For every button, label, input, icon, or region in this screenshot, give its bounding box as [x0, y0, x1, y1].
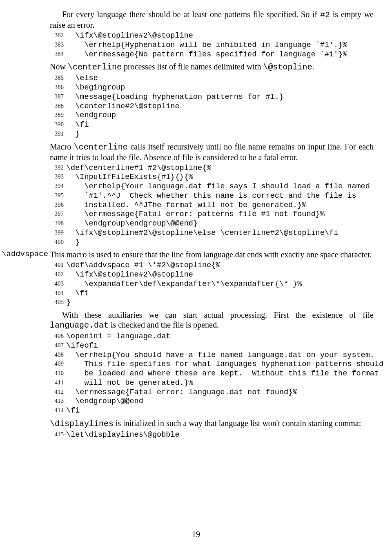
line-number: 389 — [50, 111, 64, 118]
text-run: . — [312, 62, 314, 71]
line-number: 395 — [50, 192, 64, 199]
code-line: 383 \errhelp{Hyphenation will be inhibit… — [50, 41, 374, 50]
text-run: Macro — [50, 142, 74, 151]
code-inline: \@stopline — [263, 62, 312, 72]
code-text: will not be generated.}% — [66, 379, 193, 387]
text-run: For every language there should be at le… — [62, 10, 320, 19]
line-number: 410 — [50, 369, 64, 377]
code-line: 382 \ifx\@stopline#2\@stopline — [50, 31, 374, 41]
line-number: 411 — [50, 379, 64, 386]
line-number: 388 — [50, 102, 64, 109]
paragraph: Macro \centerline calls itself recursive… — [50, 142, 374, 162]
line-number: 392 — [50, 164, 64, 171]
line-number: 398 — [50, 219, 64, 227]
code-line: 397 \errmessage{Fatal error: patterns fi… — [50, 210, 374, 219]
code-line: 404 \fi — [50, 289, 374, 299]
paragraph: Now \centerline processes list of file n… — [50, 62, 374, 72]
line-number: 407 — [50, 341, 64, 349]
margin-label: \addvspace — [2, 250, 48, 259]
text-run: This macro is used to ensure that the li… — [50, 250, 372, 259]
code-text: } — [66, 238, 80, 247]
line-number: 402 — [50, 270, 64, 278]
text-run: With these auxiliaries we can start actu… — [62, 310, 374, 319]
line-number: 406 — [50, 332, 64, 339]
line-number: 384 — [50, 50, 64, 58]
code-inline: language.dat — [50, 321, 109, 330]
code-line: 401\def\addvspace #1 \*#2\@stopline{% — [50, 261, 374, 270]
code-text: `#1'.^^J Check whether this name is corr… — [66, 192, 356, 200]
code-line: 389 \endgroup — [50, 111, 374, 121]
code-line: 385 \else — [50, 74, 374, 83]
text-run: is checked and the file is opened. — [109, 320, 219, 329]
code-line: 399 \ifx\@stopline#2\@stopline\else \cen… — [50, 229, 374, 238]
code-text: installed. ^^JThe format will not be gen… — [66, 201, 306, 210]
code-line: 413 \endgroup\@@end — [50, 397, 374, 406]
line-number: 383 — [50, 41, 64, 48]
code-line: 403 \expandafter\def\expandafter\*\expan… — [50, 280, 374, 289]
line-number: 408 — [50, 351, 64, 358]
page-body: For every language there should be at le… — [50, 9, 374, 440]
line-number: 403 — [50, 280, 64, 287]
code-text: \ifx\@stopline#2\@stopline — [66, 31, 193, 40]
code-text: \errhelp{You should have a file named la… — [66, 351, 374, 359]
code-line: 396 installed. ^^JThe format will not be… — [50, 201, 374, 210]
code-line: 398 \endgroup\endgroup\@@end} — [50, 219, 374, 229]
code-line: 410 be loaded and where these are kept. … — [50, 369, 374, 379]
code-text: \ifx\@stopline#2\@stopline\else \centerl… — [66, 229, 338, 237]
code-inline: #2 — [320, 10, 330, 20]
code-line: 409 This file specifies for what languag… — [50, 360, 374, 369]
paragraph: With these auxiliaries we can start actu… — [50, 310, 374, 330]
code-line: 405} — [50, 298, 374, 308]
code-line: 407\ifeof1 — [50, 341, 374, 351]
line-number: 397 — [50, 210, 64, 217]
code-line: 393 \InputIfFileExists{#1}{}{% — [50, 173, 374, 182]
code-text: \expandafter\def\expandafter\*\expandaft… — [66, 280, 302, 288]
code-text: \fi — [66, 121, 89, 129]
code-inline: \displaylines — [50, 419, 114, 428]
code-line: 406\openin1 = language.dat — [50, 332, 374, 341]
code-line: 411 will not be generated.}% — [50, 379, 374, 388]
code-line: 386 \begingroup — [50, 83, 374, 93]
code-line: 400 } — [50, 238, 374, 248]
code-text: \InputIfFileExists{#1}{}{% — [66, 173, 193, 181]
line-number: 404 — [50, 289, 64, 297]
code-line: 415\let\displaylines\@gobble — [50, 431, 374, 440]
code-line: 384 \errmessage{No pattern files specifi… — [50, 50, 374, 60]
text-run: is initialized in such a way that langua… — [114, 419, 361, 428]
code-text: \openin1 = language.dat — [66, 332, 170, 341]
line-number: 394 — [50, 182, 64, 190]
code-line: 412 \errmessage{Fatal error: language.da… — [50, 388, 374, 397]
code-text: \fi — [66, 406, 80, 415]
line-number: 385 — [50, 74, 64, 81]
code-inline: \centerline — [74, 143, 128, 152]
code-line: 391 } — [50, 130, 374, 139]
code-text: \errmessage{No pattern files specified f… — [66, 50, 347, 59]
code-line: 414\fi — [50, 406, 374, 416]
code-text: \def\addvspace #1 \*#2\@stopline{% — [66, 261, 220, 270]
line-number: 413 — [50, 397, 64, 404]
line-number: 387 — [50, 93, 64, 100]
code-text: \fi — [66, 289, 89, 298]
code-line: 402 \ifx\@stopline#2\@stopline — [50, 270, 374, 280]
code-block: 401\def\addvspace #1 \*#2\@stopline{%402… — [50, 261, 374, 308]
code-block: 385 \else386 \begingroup387 \message{Loa… — [50, 74, 374, 139]
line-number: 412 — [50, 388, 64, 395]
line-number: 396 — [50, 201, 64, 208]
code-line: 395 `#1'.^^J Check whether this name is … — [50, 192, 374, 201]
code-text: \endgroup\@@end — [66, 397, 143, 406]
code-text: \let\displaylines\@gobble — [66, 431, 180, 439]
line-number: 415 — [50, 431, 64, 438]
code-block: 392\def\centerline#1 #2\@stopline{%393 \… — [50, 164, 374, 248]
line-number: 409 — [50, 360, 64, 367]
line-number: 400 — [50, 238, 64, 245]
code-text: This file specifies for what languages h… — [66, 360, 383, 368]
line-number: 414 — [50, 406, 64, 414]
code-text: \endgroup\endgroup\@@end} — [66, 219, 198, 228]
line-number: 391 — [50, 130, 64, 137]
paragraph: This macro is used to ensure that the li… — [50, 250, 374, 259]
code-text: \errmessage{Fatal error: language.dat no… — [66, 388, 297, 397]
text-run: processes list of file names delimited w… — [122, 62, 263, 71]
code-line: 388 \centerline#2\@stopline — [50, 102, 374, 112]
line-number: 393 — [50, 173, 64, 180]
code-block: 415\let\displaylines\@gobble — [50, 431, 374, 440]
